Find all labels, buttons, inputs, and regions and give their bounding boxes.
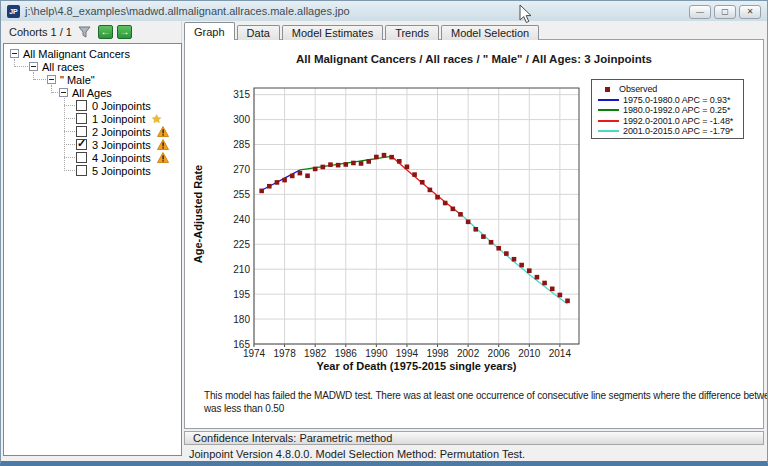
star-icon: ★ [151,112,162,126]
maximize-button[interactable]: ▢ [714,5,736,19]
minimize-button[interactable]: — [689,5,711,19]
svg-text:165: 165 [233,339,250,350]
chart-legend: Observed 1975.0-1980.0 APC = 0.93* 1980.… [591,79,744,139]
close-button[interactable]: ✕ [739,5,761,19]
y-axis-label: Age-Adjusted Rate [192,149,204,279]
legend-label: 2001.0-2015.0 APC = -1.79* [623,126,733,136]
svg-text:1990: 1990 [365,348,388,359]
window-title: j:\help\4.8_examples\madwd.allmalignant.… [25,5,350,17]
tree-node-label: " Male" [60,74,95,86]
title-bar[interactable]: JP j:\help\4.8_examples\madwd.allmaligna… [1,1,767,21]
legend-line-swatch [598,99,619,101]
checkbox-3-joinpoints[interactable]: ✓ [76,139,87,150]
tree-node-label: All Malignant Cancers [23,48,130,60]
svg-text:210: 210 [233,264,250,275]
svg-text:225: 225 [233,239,250,250]
svg-text:315: 315 [233,89,250,100]
graph-tab-page: All Malignant Cancers / All races / " Ma… [184,39,764,429]
legend-line-swatch [598,109,619,111]
svg-text:2002: 2002 [457,348,480,359]
svg-text:1986: 1986 [335,348,358,359]
app-icon: JP [7,5,20,18]
next-cohort-button[interactable]: → [117,25,132,39]
tab-strip: Graph Data Model Estimates Trends Model … [184,22,541,40]
tab-graph[interactable]: Graph [184,22,235,40]
legend-label: 1980.0-1992.0 APC = 0.25* [623,105,730,115]
svg-text:1974: 1974 [243,348,266,359]
filter-icon[interactable] [78,26,91,38]
tree-node-all-malignant-cancers[interactable]: All Malignant Cancers [4,47,181,60]
legend-item-segment-4: 2001.0-2015.0 APC = -1.79* [598,126,740,137]
svg-text:255: 255 [233,189,250,200]
legend-item-observed: Observed [598,84,740,95]
tree-node-label: All Ages [72,87,112,99]
cohorts-toolbar: Cohorts 1 / 1 ← → [1,21,182,43]
check-icon: ✓ [77,137,86,150]
tab-model-selection[interactable]: Model Selection [441,25,539,40]
legend-label: 1975.0-1980.0 APC = 0.93* [623,95,730,105]
svg-text:2006: 2006 [488,348,511,359]
checkbox-5-joinpoints[interactable] [76,165,87,176]
joinpoint-label: 0 Joinpoints [92,100,151,112]
version-status-text: Joinpoint Version 4.8.0.0. Model Selecti… [189,448,525,460]
joinpoint-label: 3 Joinpoints [92,139,151,151]
svg-text:1978: 1978 [273,348,296,359]
tab-data[interactable]: Data [237,25,280,40]
tree-item-4-joinpoints[interactable]: 4 Joinpoints [4,151,181,164]
tree-connector [15,66,28,67]
checkbox-0-joinpoints[interactable] [76,100,87,111]
tree-connector [52,92,58,93]
svg-text:195: 195 [233,289,250,300]
previous-cohort-button[interactable]: ← [98,25,113,39]
tree-item-1-joinpoint[interactable]: 1 Joinpoint ★ [4,112,181,125]
joinpoint-window: JP j:\help\4.8_examples\madwd.allmaligna… [0,0,768,466]
model-warning-line1: This model has failed the MADWD test. Th… [204,389,760,402]
warning-icon [157,126,169,137]
collapse-icon[interactable] [29,62,38,71]
legend-item-segment-3: 1992.0-2001.0 APC = -1.48* [598,116,740,127]
model-warning-note: This model has failed the MADWD test. Th… [204,389,760,415]
tab-model-estimates[interactable]: Model Estimates [282,25,383,40]
tab-trends[interactable]: Trends [385,25,439,40]
tree-item-2-joinpoints[interactable]: 2 Joinpoints [4,125,181,138]
svg-text:270: 270 [233,164,250,175]
legend-line-swatch [598,130,619,132]
legend-observed-marker [605,87,610,92]
svg-text:1982: 1982 [304,348,327,359]
joinpoint-label: 4 Joinpoints [92,152,151,164]
cohorts-count-label: Cohorts 1 / 1 [9,26,72,38]
tree-node-all-races[interactable]: All races [4,60,181,73]
legend-item-segment-1: 1975.0-1980.0 APC = 0.93* [598,95,740,106]
cohort-tree: All Malignant Cancers All races " Male" … [3,43,182,456]
tree-item-5-joinpoints[interactable]: 5 Joinpoints [4,164,181,177]
collapse-icon[interactable] [59,88,68,97]
checkbox-4-joinpoints[interactable] [76,152,87,163]
legend-label: 1992.0-2001.0 APC = -1.48* [623,116,733,126]
tree-node-label: All races [42,61,84,73]
collapse-icon[interactable] [10,49,19,58]
svg-text:1998: 1998 [426,348,449,359]
tree-item-3-joinpoints[interactable]: ✓ 3 Joinpoints [4,138,181,151]
svg-text:300: 300 [233,114,250,125]
joinpoint-label: 2 Joinpoints [92,126,151,138]
tree-node-all-ages[interactable]: All Ages [4,86,181,99]
tree-item-0-joinpoints[interactable]: 0 Joinpoints [4,99,181,112]
mouse-cursor-icon [519,4,533,24]
confidence-intervals-label: Confidence Intervals: Parametric method [193,432,392,444]
tree-connector [34,79,46,80]
warning-icon [157,152,169,163]
joinpoint-label: 5 Joinpoints [92,165,151,177]
model-warning-line2: was less than 0.50 [204,402,760,415]
tree-node-male[interactable]: " Male" [4,73,181,86]
legend-item-segment-2: 1980.0-1992.0 APC = 0.25* [598,105,740,116]
svg-text:180: 180 [233,314,250,325]
checkbox-1-joinpoint[interactable] [76,113,87,124]
warning-icon [157,139,169,150]
tree-connector [64,98,65,171]
x-axis-label: Year of Death (1975-2015 single years) [254,360,579,372]
checkbox-2-joinpoints[interactable] [76,126,87,137]
collapse-icon[interactable] [47,75,56,84]
legend-line-swatch [598,120,619,122]
svg-text:2014: 2014 [549,348,572,359]
confidence-intervals-bar: Confidence Intervals: Parametric method [184,431,764,445]
